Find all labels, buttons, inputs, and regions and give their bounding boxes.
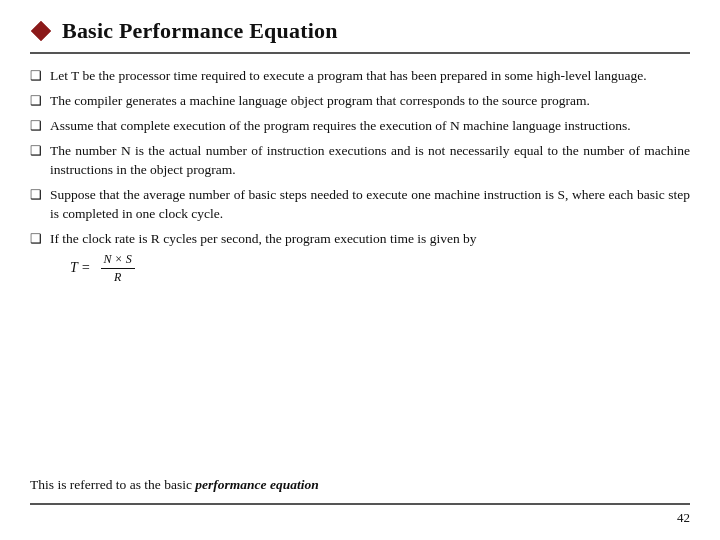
- bullet-symbol-5: ❑: [30, 186, 42, 205]
- formula-container: T = N × S R: [50, 252, 690, 284]
- bullet-symbol-6: ❑: [30, 230, 42, 249]
- bullet-text-4: The number N is the actual number of ins…: [50, 141, 690, 180]
- list-item: ❑ Let T be the processor time required t…: [30, 66, 690, 86]
- diamond-icon: [30, 20, 52, 42]
- page-number: 42: [30, 510, 690, 526]
- bullet-text-3: Assume that complete execution of the pr…: [50, 116, 690, 136]
- formula-lhs: T =: [70, 258, 91, 278]
- bullet-text-1: Let T be the processor time required to …: [50, 66, 690, 86]
- svg-marker-0: [31, 21, 51, 41]
- content-area: ❑ Let T be the processor time required t…: [30, 66, 690, 467]
- footer-text: This is referred to as the basic perform…: [30, 477, 690, 493]
- bullet-text-2: The compiler generates a machine languag…: [50, 91, 690, 111]
- bullet-symbol-2: ❑: [30, 92, 42, 111]
- page-title: Basic Performance Equation: [62, 18, 338, 44]
- list-item: ❑ The number N is the actual number of i…: [30, 141, 690, 180]
- list-item: ❑ If the clock rate is R cycles per seco…: [30, 229, 690, 286]
- slide: Basic Performance Equation ❑ Let T be th…: [0, 0, 720, 540]
- bottom-divider: [30, 503, 690, 505]
- header: Basic Performance Equation: [30, 18, 690, 44]
- formula-numerator: N × S: [101, 252, 135, 268]
- bullet-symbol-4: ❑: [30, 142, 42, 161]
- list-item: ❑ Assume that complete execution of the …: [30, 116, 690, 136]
- bullet-text-6: If the clock rate is R cycles per second…: [50, 229, 690, 286]
- formula-denominator: R: [111, 269, 124, 284]
- list-item: ❑ The compiler generates a machine langu…: [30, 91, 690, 111]
- formula-fraction: N × S R: [101, 252, 135, 284]
- bullet-list: ❑ Let T be the processor time required t…: [30, 66, 690, 286]
- bullet-text-5: Suppose that the average number of basic…: [50, 185, 690, 224]
- footer-emphasis: performance equation: [195, 477, 318, 492]
- bullet-symbol-1: ❑: [30, 67, 42, 86]
- bullet-symbol-3: ❑: [30, 117, 42, 136]
- list-item: ❑ Suppose that the average number of bas…: [30, 185, 690, 224]
- top-divider: [30, 52, 690, 54]
- footer-text-before: This is referred to as the basic: [30, 477, 195, 492]
